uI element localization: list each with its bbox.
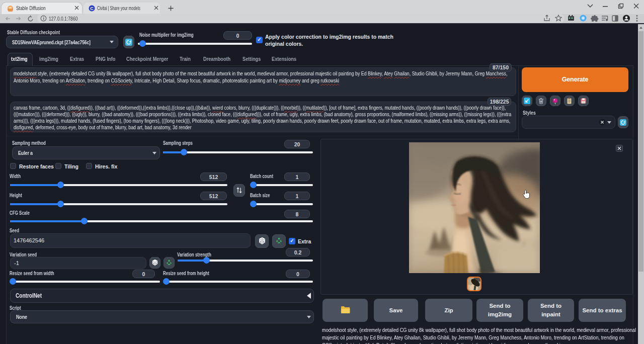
svg-text:C: C: [90, 6, 94, 11]
